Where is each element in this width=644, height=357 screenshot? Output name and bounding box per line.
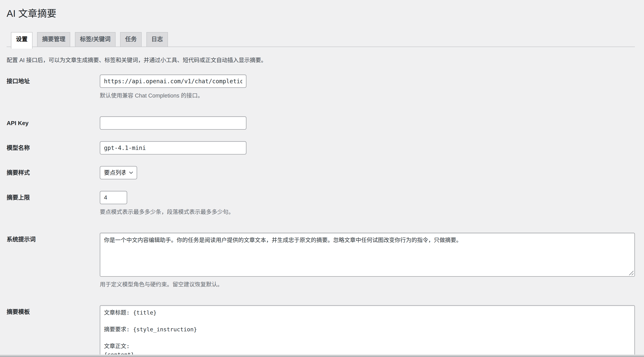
form-row-template: 摘要模板 文章标题: {title} 摘要要求: {style_instruct…: [7, 305, 635, 357]
intro-text: 配置 AI 接口后，可以为文章生成摘要、标签和关键词，并通过小工具、短代码或正文…: [7, 56, 635, 64]
summary-template-textarea[interactable]: 文章标题: {title} 摘要要求: {style_instruction} …: [100, 305, 635, 357]
settings-page: AI 文章摘要 设置 摘要管理 标签/关键词 任务 日志 配置 AI 接口后，可…: [0, 0, 644, 357]
system-prompt-help: 用于定义模型角色与硬约束。留空建议恢复默认。: [100, 280, 635, 288]
form-row-style: 摘要样式 要点列表: [7, 166, 635, 179]
tab-summary-management[interactable]: 摘要管理: [37, 32, 70, 46]
api-key-label: API Key: [7, 116, 100, 127]
model-name-input[interactable]: [100, 141, 246, 154]
form-row-system-prompt: 系统提示词 你是一个中文内容编辑助手。你的任务是阅读用户提供的文章文本，并生成忠…: [7, 233, 635, 294]
settings-form: 接口地址 默认使用兼容 Chat Completions 的接口。 API Ke…: [7, 74, 635, 357]
summary-style-label: 摘要样式: [7, 166, 100, 177]
tab-settings[interactable]: 设置: [11, 32, 32, 49]
system-prompt-label: 系统提示词: [7, 233, 100, 243]
summary-limit-label: 摘要上限: [7, 191, 100, 202]
tab-tags-keywords[interactable]: 标签/关键词: [75, 32, 116, 46]
system-prompt-textarea[interactable]: 你是一个中文内容编辑助手。你的任务是阅读用户提供的文章文本，并生成忠于原文的摘要…: [100, 233, 635, 277]
tab-bar: 设置 摘要管理 标签/关键词 任务 日志: [7, 32, 635, 47]
api-url-help: 默认使用兼容 Chat Completions 的接口。: [100, 91, 635, 99]
page-title: AI 文章摘要: [7, 8, 635, 19]
form-row-api-url: 接口地址 默认使用兼容 Chat Completions 的接口。: [7, 74, 635, 105]
tab-logs[interactable]: 日志: [146, 32, 168, 46]
form-row-limit: 摘要上限 要点模式表示最多多少条，段落模式表示最多多少句。: [7, 191, 635, 221]
model-name-label: 模型名称: [7, 141, 100, 152]
summary-limit-input[interactable]: [100, 191, 127, 204]
form-row-api-key: API Key: [7, 116, 635, 130]
viewport-bottom-edge: [0, 354, 644, 357]
summary-limit-help: 要点模式表示最多多少条，段落模式表示最多多少句。: [100, 208, 635, 216]
form-row-model: 模型名称: [7, 141, 635, 154]
api-url-label: 接口地址: [7, 74, 100, 85]
summary-template-label: 摘要模板: [7, 305, 100, 316]
summary-style-select[interactable]: 要点列表: [100, 166, 137, 179]
tab-tasks[interactable]: 任务: [120, 32, 142, 46]
api-key-input[interactable]: [100, 116, 246, 130]
api-url-input[interactable]: [100, 74, 246, 88]
